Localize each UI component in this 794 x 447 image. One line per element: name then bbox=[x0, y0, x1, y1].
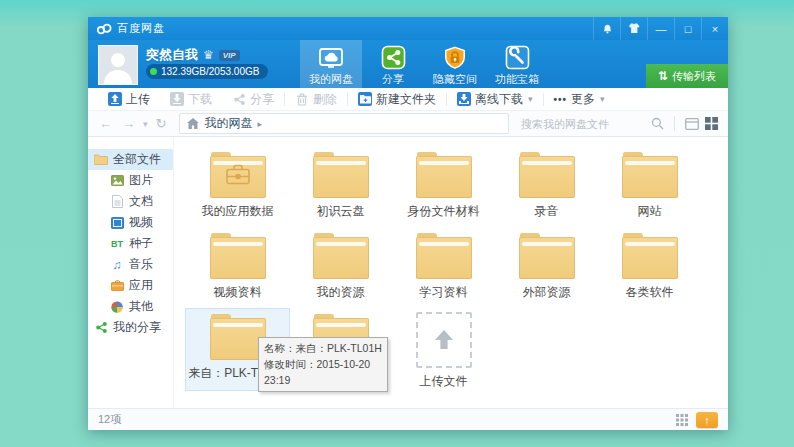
storage-status-dot bbox=[150, 68, 157, 75]
app-title: 百度网盘 bbox=[117, 21, 165, 36]
upload-label: 上传 bbox=[126, 91, 150, 108]
folder-item[interactable]: 各类软件 bbox=[598, 228, 701, 309]
tab-label: 我的网盘 bbox=[309, 72, 353, 87]
sidebar-item-all-files[interactable]: 全部文件 bbox=[88, 149, 173, 170]
folder-label: 学习资料 bbox=[420, 284, 468, 301]
more-button[interactable]: ••• 更多 ▾ bbox=[544, 88, 615, 110]
folder-label: 网站 bbox=[638, 203, 662, 220]
folder-item[interactable]: 身份文件材料 bbox=[392, 147, 495, 228]
cloud-monitor-icon bbox=[318, 44, 345, 71]
folder-label: 我的资源 bbox=[317, 284, 365, 301]
download-icon bbox=[170, 92, 184, 106]
new-folder-label: 新建文件夹 bbox=[376, 91, 436, 108]
folder-item[interactable]: 视频资料 bbox=[186, 228, 289, 309]
folder-item[interactable]: 录音 bbox=[495, 147, 598, 228]
sidebar-item-apps[interactable]: 应用 bbox=[88, 275, 173, 296]
folder-item[interactable]: 我的应用数据 bbox=[186, 147, 289, 228]
tab-share[interactable]: 分享 bbox=[362, 40, 424, 88]
folder-label: 我的应用数据 bbox=[202, 203, 274, 220]
folder-item[interactable]: 初识云盘 bbox=[289, 147, 392, 228]
chevron-down-icon: ▾ bbox=[528, 94, 533, 104]
username[interactable]: 突然自我 bbox=[146, 46, 198, 64]
maximize-button[interactable]: □ bbox=[674, 17, 701, 40]
skin-theme-icon[interactable] bbox=[620, 17, 647, 40]
sidebar-label: 其他 bbox=[129, 298, 153, 315]
sidebar-label: 文档 bbox=[129, 193, 153, 210]
tab-hidden-space[interactable]: 隐藏空间 bbox=[424, 40, 486, 88]
more-dots-icon: ••• bbox=[554, 94, 568, 105]
sidebar-item-torrents[interactable]: BT 种子 bbox=[88, 233, 173, 254]
chevron-down-icon: ▾ bbox=[600, 94, 605, 104]
back-button[interactable]: ← bbox=[96, 116, 115, 131]
tab-label: 隐藏空间 bbox=[433, 72, 477, 87]
tab-my-netdisk[interactable]: 我的网盘 bbox=[300, 40, 362, 88]
search-input[interactable] bbox=[519, 117, 645, 131]
forward-button[interactable]: → bbox=[119, 116, 138, 131]
picture-icon bbox=[110, 174, 124, 188]
quick-upload-button[interactable]: ↑ bbox=[696, 412, 718, 428]
folder-item[interactable]: 学习资料 bbox=[392, 228, 495, 309]
list-view-icon[interactable] bbox=[685, 118, 699, 130]
download-label: 下载 bbox=[188, 91, 212, 108]
tab-toolbox[interactable]: 功能宝箱 bbox=[486, 40, 548, 88]
upload-files-tile[interactable]: 上传文件 bbox=[392, 309, 495, 390]
close-button[interactable]: × bbox=[701, 17, 728, 40]
briefcase-lock-icon bbox=[225, 163, 251, 188]
download-button[interactable]: 下载 bbox=[160, 88, 222, 110]
sidebar-label: 种子 bbox=[129, 235, 153, 252]
trash-icon bbox=[295, 92, 309, 106]
desktop-background: { "app": { "title": "百度网盘" }, "user": { … bbox=[0, 0, 794, 447]
folder-icon bbox=[94, 153, 108, 167]
history-dropdown-icon[interactable]: ▾ bbox=[142, 119, 149, 129]
upload-arrow-icon bbox=[432, 328, 456, 352]
delete-button[interactable]: 删除 bbox=[285, 88, 347, 110]
sidebar-item-pictures[interactable]: 图片 bbox=[88, 170, 173, 191]
transfer-arrows-icon: ⇅ bbox=[658, 69, 668, 83]
folder-label: 外部资源 bbox=[523, 284, 571, 301]
sidebar-label: 图片 bbox=[129, 172, 153, 189]
sidebar-item-documents[interactable]: 文档 bbox=[88, 191, 173, 212]
sidebar-item-music[interactable]: ♫ 音乐 bbox=[88, 254, 173, 275]
share-button[interactable]: 分享 bbox=[222, 88, 284, 110]
folder-item[interactable]: 外部资源 bbox=[495, 228, 598, 309]
grid-view-icon[interactable] bbox=[705, 117, 718, 130]
transfer-list-label: 传输列表 bbox=[672, 69, 716, 84]
folder-icon bbox=[622, 152, 678, 198]
title-bar: 百度网盘 — □ × bbox=[88, 17, 728, 40]
share-icon bbox=[380, 44, 407, 71]
toolbar: 上传 下载 分享 删除 新建文件夹 bbox=[88, 88, 728, 110]
refresh-button[interactable]: ↻ bbox=[153, 116, 170, 131]
item-count: 12项 bbox=[98, 412, 121, 427]
folder-icon bbox=[416, 152, 472, 198]
minimize-button[interactable]: — bbox=[647, 17, 674, 40]
sidebar-item-videos[interactable]: 视频 bbox=[88, 212, 173, 233]
wrench-icon bbox=[504, 44, 531, 71]
upload-button[interactable]: 上传 bbox=[98, 88, 160, 110]
bt-icon: BT bbox=[110, 237, 124, 251]
offline-download-button[interactable]: 离线下载 ▾ bbox=[447, 88, 543, 110]
folder-tooltip: 名称：来自：PLK-TL01H 修改时间：2015-10-20 23:19 bbox=[258, 337, 388, 392]
folder-icon bbox=[210, 233, 266, 279]
folder-icon bbox=[210, 152, 266, 198]
tab-label: 功能宝箱 bbox=[495, 72, 539, 87]
offline-download-icon bbox=[457, 92, 471, 106]
storage-text: 132.39GB/2053.00GB bbox=[161, 66, 259, 77]
search-icon[interactable] bbox=[651, 117, 664, 130]
sidebar-label: 我的分享 bbox=[113, 319, 161, 336]
avatar[interactable] bbox=[98, 45, 138, 85]
folder-icon bbox=[416, 233, 472, 279]
transfer-list-button[interactable]: ⇅ 传输列表 bbox=[646, 64, 728, 88]
pie-other-icon bbox=[110, 300, 124, 314]
grid-size-icon[interactable] bbox=[676, 414, 688, 426]
offline-download-label: 离线下载 bbox=[475, 91, 523, 108]
folder-item[interactable]: 网站 bbox=[598, 147, 701, 228]
breadcrumb-root[interactable]: 我的网盘 bbox=[204, 115, 252, 132]
folder-item[interactable]: 我的资源 bbox=[289, 228, 392, 309]
notification-bell-icon[interactable] bbox=[593, 17, 620, 40]
tooltip-modified-line: 修改时间：2015-10-20 bbox=[264, 357, 382, 373]
sidebar-item-other[interactable]: 其他 bbox=[88, 296, 173, 317]
new-folder-button[interactable]: 新建文件夹 bbox=[348, 88, 446, 110]
sidebar-item-my-shares[interactable]: 我的分享 bbox=[88, 317, 173, 338]
home-icon[interactable] bbox=[187, 118, 199, 129]
vip-crown-icon: ♛ bbox=[203, 49, 214, 61]
